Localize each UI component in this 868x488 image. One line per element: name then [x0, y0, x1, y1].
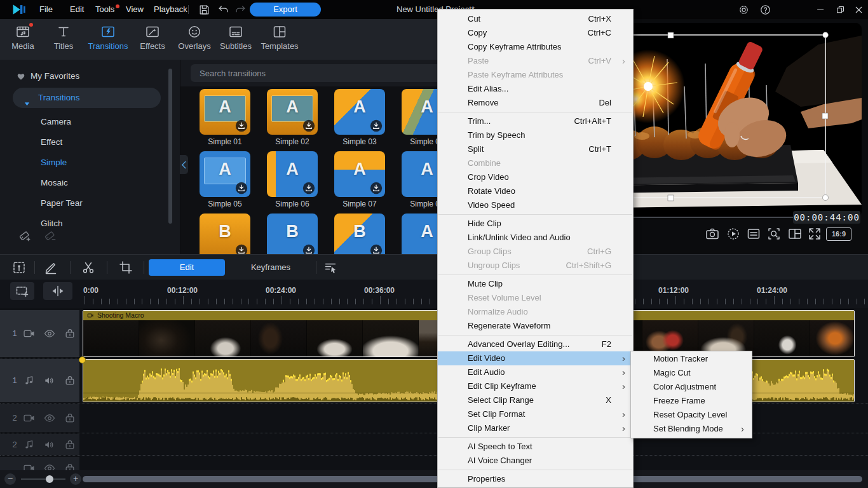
- transition-item[interactable]: A: [402, 214, 438, 254]
- download-icon[interactable]: [370, 244, 383, 254]
- transition-item-simple-07[interactable]: ASimple 07: [334, 151, 385, 210]
- search-input[interactable]: [191, 64, 438, 82]
- menubar-item-playback[interactable]: Playback: [147, 0, 194, 19]
- submenu-item-color-adjustment[interactable]: Color Adjustment: [631, 380, 752, 394]
- help-icon[interactable]: [759, 4, 771, 16]
- menu-item-edit-audio[interactable]: Edit Audio›: [438, 365, 633, 379]
- transition-thumbnail[interactable]: A: [334, 151, 385, 197]
- split-scissors-icon[interactable]: [81, 260, 96, 275]
- sidebar-item-my-favorites[interactable]: My Favorites: [0, 67, 165, 85]
- submenu-item-motion-tracker[interactable]: Motion Tracker: [631, 352, 752, 366]
- menu-item-rotate-video[interactable]: Rotate Video: [438, 184, 633, 198]
- minimize-icon[interactable]: [815, 4, 826, 15]
- menubar-item-file[interactable]: File: [33, 0, 59, 19]
- menu-item-mute-clip[interactable]: Mute Clip: [438, 277, 633, 291]
- eye-icon[interactable]: [43, 462, 56, 470]
- submenu-item-reset-opacity-level[interactable]: Reset Opacity Level: [631, 408, 752, 422]
- download-icon[interactable]: [235, 182, 248, 194]
- transition-item[interactable]: B: [334, 214, 385, 254]
- lock-icon[interactable]: [64, 438, 76, 451]
- zoom-slider-track[interactable]: [21, 478, 65, 480]
- tab-transitions[interactable]: Transitions: [85, 23, 131, 57]
- fullscreen-icon[interactable]: [807, 226, 822, 241]
- transition-thumbnail[interactable]: A: [200, 151, 250, 197]
- menu-item-advanced-overlay-editing[interactable]: Advanced Overlay Editing...F2: [438, 337, 633, 351]
- menu-item-properties[interactable]: Properties: [438, 472, 633, 486]
- transition-item[interactable]: B: [200, 214, 250, 254]
- submenu-item-magic-cut[interactable]: Magic Cut: [631, 366, 752, 380]
- transition-thumbnail[interactable]: B: [334, 214, 385, 254]
- zoom-slider-handle[interactable]: [46, 475, 53, 483]
- download-icon[interactable]: [235, 244, 248, 254]
- menu-item-copy[interactable]: CopyCtrl+C: [438, 26, 633, 40]
- save-icon[interactable]: [198, 4, 210, 16]
- select-list-icon[interactable]: [323, 260, 338, 275]
- transition-item-simple-03[interactable]: ASimple 03: [334, 89, 385, 147]
- menu-item-select-clip-range[interactable]: Select Clip RangeX: [438, 393, 633, 407]
- panel-collapse-handle[interactable]: [180, 155, 188, 174]
- redo-icon[interactable]: [234, 4, 247, 16]
- menu-item-crop-video[interactable]: Crop Video: [438, 170, 633, 184]
- snap-button[interactable]: [43, 282, 72, 300]
- transition-thumbnail[interactable]: A: [267, 89, 318, 135]
- menu-item-set-clip-format[interactable]: Set Clip Format›: [438, 407, 633, 421]
- timeline-ruler[interactable]: 0:0000:12:0000:24:0000:36:0001:12:0001:2…: [0, 280, 868, 308]
- submenu-item-freeze-frame[interactable]: Freeze Frame: [631, 394, 752, 408]
- zoom-out-button[interactable]: −: [4, 473, 16, 485]
- transition-item-simple-02[interactable]: ASimple 02: [267, 89, 318, 147]
- sidebar-scrollbar[interactable]: [168, 69, 172, 224]
- menu-item-split[interactable]: SplitCtrl+T: [438, 142, 633, 156]
- dual-preview-icon[interactable]: [787, 226, 803, 241]
- tab-edit[interactable]: Edit: [149, 259, 225, 276]
- menu-item-edit-clip-keyframe[interactable]: Edit Clip Keyframe›: [438, 379, 633, 393]
- menu-item-ai-speech-to-text[interactable]: AI Speech to Text: [438, 440, 633, 454]
- menu-item-link-unlink-video-and-audio[interactable]: Link/Unlink Video and Audio: [438, 231, 633, 245]
- menu-item-clip-marker[interactable]: Clip Marker›: [438, 421, 633, 435]
- download-icon[interactable]: [302, 182, 315, 194]
- download-icon[interactable]: [235, 119, 248, 132]
- render-preview-icon[interactable]: [726, 226, 741, 241]
- menu-item-cut[interactable]: CutCtrl+X: [438, 12, 633, 26]
- zoom-in-button[interactable]: +: [70, 473, 81, 485]
- speaker-icon[interactable]: [43, 438, 56, 451]
- menu-item-trim-by-speech[interactable]: Trim by Speech: [438, 128, 633, 142]
- transition-item-simple-04[interactable]: ASimple 04: [402, 89, 438, 147]
- marker-pen-icon[interactable]: [43, 260, 58, 275]
- tab-templates[interactable]: Templates: [257, 23, 302, 57]
- transition-item-simple-06[interactable]: ASimple 06: [267, 151, 318, 210]
- speaker-icon[interactable]: [43, 374, 56, 387]
- tab-subtitles[interactable]: Subtitles: [213, 23, 259, 57]
- remove-tag-icon[interactable]: [43, 229, 57, 243]
- restore-icon[interactable]: [835, 4, 846, 15]
- eye-icon[interactable]: [43, 327, 56, 340]
- eye-icon[interactable]: [43, 412, 56, 424]
- download-icon[interactable]: [302, 119, 315, 132]
- add-tag-icon[interactable]: [18, 229, 32, 243]
- transition-item-simple-05[interactable]: ASimple 05: [200, 151, 250, 210]
- menu-item-hide-clip[interactable]: Hide Clip: [438, 217, 633, 231]
- sidebar-item-camera[interactable]: Camera: [0, 113, 165, 131]
- tab-effects[interactable]: Effects: [130, 23, 175, 57]
- transition-thumbnail[interactable]: A: [402, 214, 438, 254]
- menu-item-edit-alias[interactable]: Edit Alias...: [438, 82, 633, 96]
- menubar-item-tools[interactable]: Tools: [89, 0, 121, 19]
- download-icon[interactable]: [370, 119, 383, 132]
- transition-thumbnail[interactable]: A: [402, 89, 438, 135]
- transition-item-simple-08[interactable]: ASimple 08: [402, 151, 438, 210]
- keyframe-dot[interactable]: [79, 356, 86, 363]
- download-icon[interactable]: [302, 244, 315, 254]
- export-button[interactable]: Export: [250, 3, 321, 17]
- menubar-item-view[interactable]: View: [119, 0, 150, 19]
- transition-thumbnail[interactable]: B: [267, 214, 318, 254]
- preview-quality-list-icon[interactable]: [746, 226, 761, 241]
- undo-icon[interactable]: [217, 4, 229, 16]
- sidebar-item-mosaic[interactable]: Mosaic: [0, 174, 165, 192]
- transition-item[interactable]: B: [267, 214, 318, 254]
- menu-item-video-speed[interactable]: Video Speed: [438, 198, 633, 212]
- lock-icon[interactable]: [64, 462, 76, 470]
- submenu-item-set-blending-mode[interactable]: Set Blending Mode›: [631, 422, 752, 436]
- preview-zoom-icon[interactable]: [766, 226, 782, 241]
- transition-thumbnail[interactable]: A: [334, 89, 385, 135]
- transition-thumbnail[interactable]: A: [402, 151, 438, 197]
- sidebar-group-transitions[interactable]: Transitions: [13, 88, 161, 108]
